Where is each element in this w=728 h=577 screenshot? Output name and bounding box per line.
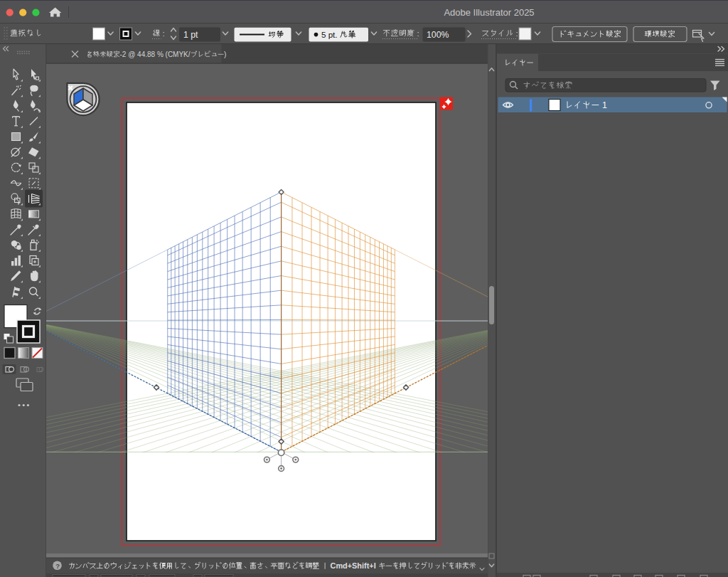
svg-text:5 pt.: 5 pt. <box>321 30 340 39</box>
svg-text:): ) <box>224 51 226 58</box>
svg-text::: : <box>417 29 419 38</box>
svg-text:?: ? <box>55 562 60 570</box>
svg-text:Cmd+Shift+I: Cmd+Shift+I <box>328 561 378 570</box>
svg-text:Adobe Illustrator 2025: Adobe Illustrator 2025 <box>444 7 534 18</box>
svg-text:-2 @ 44.88 % (CMYK/: -2 @ 44.88 % (CMYK/ <box>120 51 191 58</box>
svg-text:1: 1 <box>600 100 607 110</box>
svg-text:100%: 100% <box>427 30 449 40</box>
svg-text::: : <box>162 29 164 38</box>
svg-text::: : <box>516 29 518 38</box>
svg-text:1 pt: 1 pt <box>183 30 198 40</box>
